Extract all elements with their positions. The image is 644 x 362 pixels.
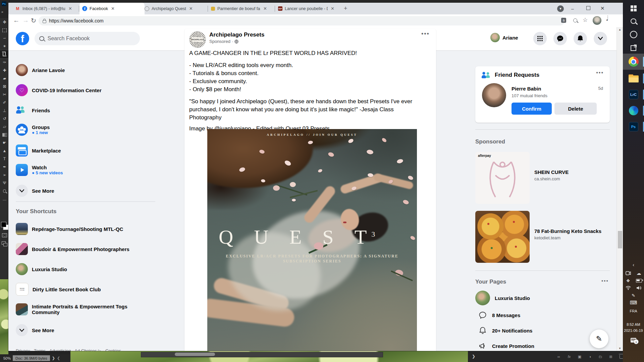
post-menu-icon[interactable]: ••• (421, 31, 430, 38)
sidebar-item-profile[interactable]: Ariane Lavoie (16, 61, 157, 79)
close-tab-icon[interactable]: ✕ (331, 6, 334, 11)
more-tools-icon[interactable]: … (0, 195, 9, 203)
clock-time[interactable]: 8:52 AM (623, 322, 644, 326)
onedrive-icon[interactable]: ☁ (628, 270, 644, 276)
tab-depotoir[interactable]: DEP Lancer une poubelle - DEPOTOIR ✕ (275, 3, 346, 14)
back-button[interactable]: ← (13, 17, 19, 24)
touch-keyboard-icon[interactable]: ⌨ (623, 300, 644, 306)
page-messages-row[interactable]: 8 Messages (479, 311, 520, 319)
browser-profile-avatar[interactable] (593, 16, 601, 25)
account-menu-button[interactable] (594, 32, 607, 45)
language-indicator[interactable]: FRA (623, 309, 644, 313)
ad-shein[interactable]: afterpay SHEIN CURVE ca.shein.com (475, 152, 610, 205)
smudge-tool-icon[interactable]: ☛ (0, 139, 9, 147)
hand-tool-icon[interactable]: Ψ (0, 179, 9, 187)
toolbar-overflow-icon[interactable]: » (1, 10, 3, 14)
marquee-tool-icon[interactable] (0, 26, 9, 34)
sharpen-tool-icon[interactable]: ▲ (0, 147, 9, 155)
post-avatar[interactable]: ARCHIPELAGO (189, 31, 206, 48)
clock-date[interactable]: 2021-06-19 (623, 328, 644, 333)
ps-doc-hscroll-thumb[interactable] (175, 353, 215, 356)
close-window-button[interactable]: ✕ (600, 5, 605, 11)
battery-icon[interactable] (628, 278, 644, 284)
status-collapse-icon[interactable]: ❮ (57, 356, 60, 360)
move-tool-icon[interactable]: ✥ (0, 18, 9, 26)
your-pages-menu-icon[interactable]: ••• (601, 278, 609, 284)
post-image[interactable]: ARCHIPELAGO // JOIN OUR QUEST QUEST3 EXC… (207, 129, 417, 351)
address-bar[interactable]: https://www.facebook.com (39, 16, 565, 25)
apps-menu-button[interactable] (533, 32, 547, 45)
shortcut-intimate[interactable]: Intimate Portraits & Empowerment Togs Co… (16, 299, 157, 319)
taskbar-chrome-button[interactable] (623, 55, 644, 68)
sidebar-item-covid[interactable]: ♡ COVID-19 Information Center (16, 81, 157, 99)
quick-mask-icon[interactable] (2, 233, 7, 237)
scroll-up-arrow[interactable]: ▲ (619, 28, 621, 31)
close-tab-icon[interactable]: ✕ (189, 6, 193, 11)
link-layers-icon[interactable]: ∞ (555, 354, 562, 360)
translate-icon[interactable]: a (561, 18, 566, 23)
new-layer-icon[interactable]: ⊞ (607, 354, 614, 360)
history-brush-tool-icon[interactable]: ↺ (0, 115, 9, 123)
taskbar-lightroom-button[interactable]: LrC (623, 88, 644, 101)
zoom-tool-icon[interactable] (0, 187, 9, 195)
facebook-logo[interactable]: f (16, 32, 29, 45)
sidebar-item-groups[interactable]: Groups ● 1 new (16, 120, 157, 140)
adjustment-layer-icon[interactable]: ◑ (586, 354, 594, 360)
sidebar-item-marketplace[interactable]: Marketplace (16, 142, 157, 159)
eraser-tool-icon[interactable]: ▱ (0, 123, 9, 131)
friend-requests-menu-icon[interactable]: ••• (596, 70, 604, 76)
ad-title[interactable]: 78 Fat-Burning Keto Snacks (534, 228, 601, 234)
shortcut-luxuria[interactable]: Luxuria Studio (16, 260, 157, 278)
ad-title[interactable]: SHEIN CURVE (534, 169, 569, 175)
tab-facebook[interactable]: f Facebook ✕ (79, 3, 145, 14)
gradient-tool-icon[interactable] (0, 131, 9, 139)
tab-gmail[interactable]: M Inbox (6,087) - info@luxuriastudi ✕ (12, 3, 76, 14)
shortcut-bookclub[interactable]: BOOKCLUB Dirty Little Secret Book Club (16, 281, 157, 298)
frame-tool-icon[interactable]: ⊠ (0, 82, 9, 90)
clone-stamp-tool-icon[interactable]: ⊥ (0, 107, 9, 115)
url-text[interactable]: https://www.facebook.com (49, 18, 104, 23)
brush-tool-icon[interactable]: ✐ (0, 99, 9, 107)
type-tool-icon[interactable]: T (0, 155, 9, 163)
delete-button[interactable]: Delete (554, 103, 597, 115)
browser-menu-icon[interactable]: ⋮• (605, 16, 609, 21)
reload-button[interactable]: ↻ (31, 17, 36, 24)
sidebar-footer-links[interactable]: Privacy · Terms · Advertising · Ad Choic… (16, 348, 150, 351)
taskbar-search-button[interactable] (623, 15, 644, 27)
tab-archipelago[interactable]: Archipelago Quest ✕ (142, 3, 211, 14)
status-expand-icon[interactable]: ❯ (52, 356, 55, 360)
pen-settings-icon[interactable]: ✎ (623, 292, 644, 298)
lasso-tool-icon[interactable]: ∽ (0, 34, 9, 42)
taskbar-explorer-button[interactable] (623, 72, 644, 85)
scroll-down-arrow[interactable]: ▼ (619, 347, 621, 350)
slice-tool-icon[interactable]: ✂ (0, 90, 9, 99)
post-page-name[interactable]: Archipelago Presets (209, 32, 264, 38)
messenger-button[interactable] (553, 32, 567, 45)
friend-request-name[interactable]: Pierre Babin (512, 86, 541, 92)
notifications-button[interactable] (574, 32, 587, 45)
doc-info-field[interactable]: Doc: 36.9M/0 bytes (13, 355, 50, 361)
new-tab-button[interactable]: + (344, 5, 347, 12)
page-promotion-row[interactable]: Create Promotion (479, 342, 534, 350)
pen-tool-icon[interactable]: ✒ (0, 163, 9, 171)
close-tab-icon[interactable]: ✕ (263, 6, 267, 11)
tray-expand-icon[interactable]: ‹ (623, 261, 644, 268)
layer-group-icon[interactable]: 🗀 (597, 354, 604, 360)
start-button[interactable] (623, 3, 644, 14)
sidebar-item-friends[interactable]: Friends (16, 102, 157, 119)
scrollbar-thumb[interactable] (618, 231, 622, 248)
foreground-color-swatch[interactable] (1, 222, 6, 227)
lock-icon[interactable] (43, 20, 46, 23)
sidebar-item-watch[interactable]: Watch ● 5 new videos (16, 160, 157, 180)
action-center-button[interactable]: 1 (623, 336, 644, 345)
shortcut-boudoir[interactable]: Boudoir & Empowerment Photographers (16, 240, 157, 258)
forward-button[interactable]: → (22, 17, 29, 24)
taskbar-edge-button[interactable] (623, 104, 644, 117)
cortana-button[interactable] (623, 29, 644, 40)
eyedropper-tool-icon[interactable]: ✑ (0, 58, 9, 66)
sidebar-see-more[interactable]: See More (16, 182, 157, 199)
page-notifications-row[interactable]: 20+ Notifications (479, 327, 532, 334)
close-tab-icon[interactable]: ✕ (111, 6, 115, 11)
tab-search-button[interactable]: ▼ (557, 5, 564, 12)
page-zoom-icon[interactable] (573, 18, 577, 23)
